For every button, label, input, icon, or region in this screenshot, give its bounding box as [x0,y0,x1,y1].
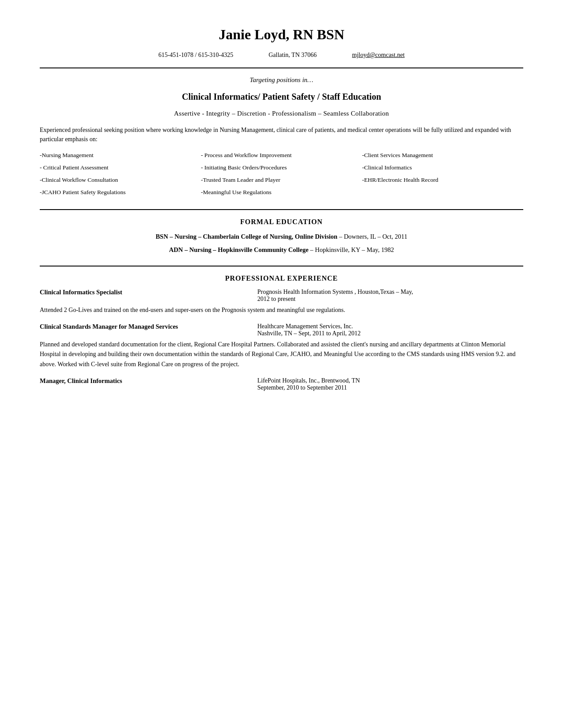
divider-top [40,68,523,68]
education-section: FORMAL EDUCATION BSN – Nursing – Chamber… [40,218,523,255]
experience-title: PROFESSIONAL EXPERIENCE [40,274,523,282]
education-bsn: BSN – Nursing – Chamberlain College of N… [40,232,523,242]
job3-org: LifePoint Hospitals, Inc., Brentwood, TN… [257,377,523,391]
skill-ehr: -EHR/Electronic Health Record [362,176,523,184]
adn-degree: ADN – Nursing – Hopkinsville Community C… [169,246,309,253]
bsn-detail: – Downers, IL – Oct, 2011 [337,233,407,240]
bsn-degree: BSN – Nursing – Chamberlain College of N… [155,233,337,240]
education-adn: ADN – Nursing – Hopkinsville Community C… [40,245,523,255]
location: Gallatin, TN 37066 [268,52,317,59]
job2-title: Clinical Standards Manager for Managed S… [40,323,243,337]
contact-line: 615-451-1078 / 615-310-4325 Gallatin, TN… [40,52,523,59]
job1-title: Clinical Informatics Specialist [40,289,243,303]
skill-basic-orders: - Initiating Basic Orders/Procedures [201,163,362,172]
divider-experience [40,266,523,266]
resume-header: Janie Loyd, RN BSN 615-451-1078 / 615-31… [40,26,523,59]
skill-jcaho: -JCAHO Patient Safety Regulations [40,188,201,197]
job2-row: Clinical Standards Manager for Managed S… [40,323,523,337]
candidate-name: Janie Loyd, RN BSN [40,26,523,43]
targeting-label: Targeting positions in… [40,76,523,84]
job-clinical-informatics-specialist: Clinical Informatics Specialist Prognosi… [40,289,523,315]
education-title: FORMAL EDUCATION [40,218,523,226]
job1-org: Prognosis Health Information Systems , H… [257,289,523,303]
job1-desc: Attended 2 Go-Lives and trained on the e… [40,305,523,315]
job3-row: Manager, Clinical Informatics LifePoint … [40,377,523,391]
experience-section: PROFESSIONAL EXPERIENCE Clinical Informa… [40,274,523,392]
phone: 615-451-1078 / 615-310-4325 [159,52,234,59]
adn-detail: – Hopkinsville, KY – May, 1982 [309,246,394,253]
skill-workflow-consult: -Clinical Workflow Consultation [40,176,201,184]
skill-process-workflow: - Process and Workflow Improvement [201,151,362,160]
job2-desc: Planned and developed standard documenta… [40,340,523,369]
summary-text: Experienced professional seeking positio… [40,125,523,144]
email[interactable]: mjloyd@comcast.net [352,52,404,59]
divider-education [40,209,523,210]
skill-clinical-informatics: -Clinical Informatics [362,163,523,172]
skill-team-leader: -Trusted Team Leader and Player [201,176,362,184]
job3-title: Manager, Clinical Informatics [40,377,243,391]
specialty-title: Clinical Informatics/ Patient Safety / S… [40,92,523,102]
skill-empty [362,188,523,197]
job2-org: Healthcare Management Services, Inc.Nash… [257,323,523,337]
skill-meaningful-use: -Meaningful Use Regulations [201,188,362,197]
skills-grid: -Nursing Management - Process and Workfl… [40,151,523,197]
job-clinical-standards-manager: Clinical Standards Manager for Managed S… [40,323,523,369]
qualities: Assertive - Integrity – Discretion - Pro… [40,110,523,117]
skill-client-services: -Client Services Management [362,151,523,160]
skill-critical-patient: - Critical Patient Assessment [40,163,201,172]
job-manager-clinical-informatics: Manager, Clinical Informatics LifePoint … [40,377,523,391]
job1-row: Clinical Informatics Specialist Prognosi… [40,289,523,303]
skill-nursing-mgmt: -Nursing Management [40,151,201,160]
